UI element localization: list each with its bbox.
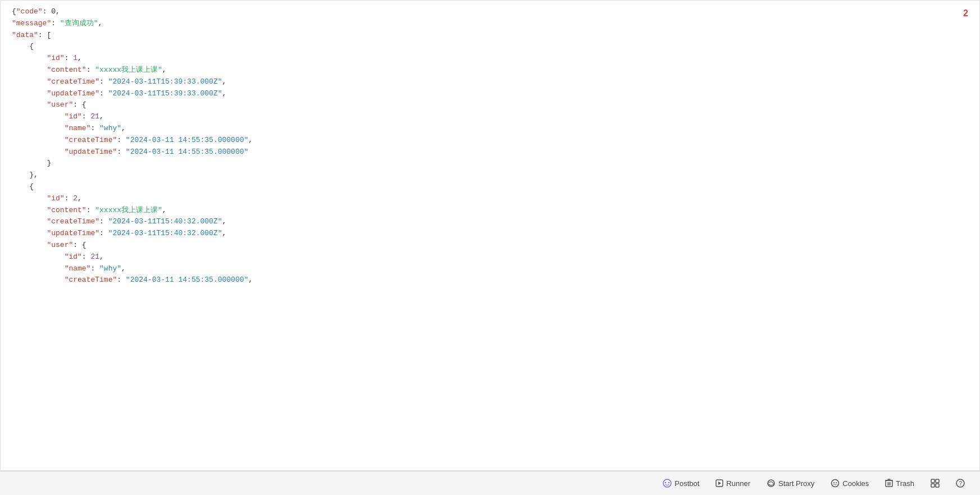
runner-button[interactable]: Runner	[709, 476, 757, 491]
json-line: "id": 21,	[12, 251, 968, 263]
line-count-badge: 2	[963, 6, 968, 21]
json-line: }	[12, 158, 968, 169]
svg-point-6	[832, 480, 839, 487]
start-proxy-button[interactable]: Start Proxy	[760, 475, 821, 491]
postbot-button[interactable]: Postbot	[656, 475, 706, 491]
json-line: {	[12, 181, 968, 193]
json-line: "content": "xxxxx我上课上课",	[12, 65, 968, 76]
json-line: "name": "why",	[12, 263, 968, 275]
json-line: "updateTime": "2024-03-11 14:55:35.00000…	[12, 146, 968, 158]
svg-point-9	[835, 484, 836, 485]
json-line: {"code": 0,	[12, 6, 968, 18]
json-line: "id": 21,	[12, 111, 968, 123]
json-line: "createTime": "2024-03-11 14:55:35.00000…	[12, 274, 968, 286]
cookies-icon	[831, 479, 840, 488]
layout-button[interactable]	[924, 475, 946, 491]
json-line: "updateTime": "2024-03-11T15:39:33.000Z"…	[12, 88, 968, 100]
json-line: {	[12, 41, 968, 53]
json-line: },	[12, 169, 968, 181]
svg-point-0	[663, 479, 671, 487]
json-response-panel: {"code": 0,"message": "查询成功","data": [ {…	[0, 0, 980, 471]
svg-point-2	[668, 482, 669, 483]
svg-rect-17	[936, 479, 939, 483]
postbot-label: Postbot	[674, 479, 699, 488]
svg-point-11	[837, 484, 837, 484]
svg-rect-16	[931, 479, 935, 483]
svg-marker-4	[718, 482, 721, 485]
json-line: "updateTime": "2024-03-11T15:40:32.000Z"…	[12, 228, 968, 240]
json-line: "user": {	[12, 240, 968, 251]
svg-point-8	[836, 482, 837, 483]
json-content[interactable]: {"code": 0,"message": "查询成功","data": [ {…	[1, 1, 979, 470]
help-button[interactable]: ?	[949, 475, 972, 491]
help-icon: ?	[956, 479, 965, 488]
svg-rect-19	[936, 484, 939, 487]
json-line: "data": [	[12, 30, 968, 42]
json-line: "id": 2,	[12, 193, 968, 205]
svg-rect-18	[931, 484, 935, 487]
layout-icon	[931, 479, 940, 488]
svg-point-1	[665, 482, 666, 483]
json-line: "message": "查询成功",	[12, 18, 968, 30]
bottom-toolbar: Postbot Runner Start Proxy	[0, 471, 980, 495]
trash-label: Trash	[896, 479, 914, 488]
json-line: "createTime": "2024-03-11T15:39:33.000Z"…	[12, 76, 968, 88]
json-line: "user": {	[12, 99, 968, 111]
cookies-button[interactable]: Cookies	[824, 475, 876, 491]
trash-icon	[885, 479, 893, 488]
start-proxy-label: Start Proxy	[778, 479, 814, 488]
json-line: "createTime": "2024-03-11 14:55:35.00000…	[12, 135, 968, 146]
cookies-label: Cookies	[842, 479, 869, 488]
svg-point-7	[833, 482, 835, 483]
runner-label: Runner	[726, 479, 750, 488]
json-line: "createTime": "2024-03-11T15:40:32.000Z"…	[12, 216, 968, 228]
postbot-icon	[663, 479, 672, 488]
json-line: "id": 1,	[12, 53, 968, 65]
svg-text:?: ?	[959, 480, 963, 487]
svg-point-10	[833, 484, 834, 484]
runner-icon	[715, 479, 723, 487]
json-line: "name": "why",	[12, 123, 968, 135]
json-line: "content": "xxxxx我上课上课",	[12, 205, 968, 217]
start-proxy-icon	[767, 479, 776, 488]
trash-button[interactable]: Trash	[878, 475, 921, 491]
